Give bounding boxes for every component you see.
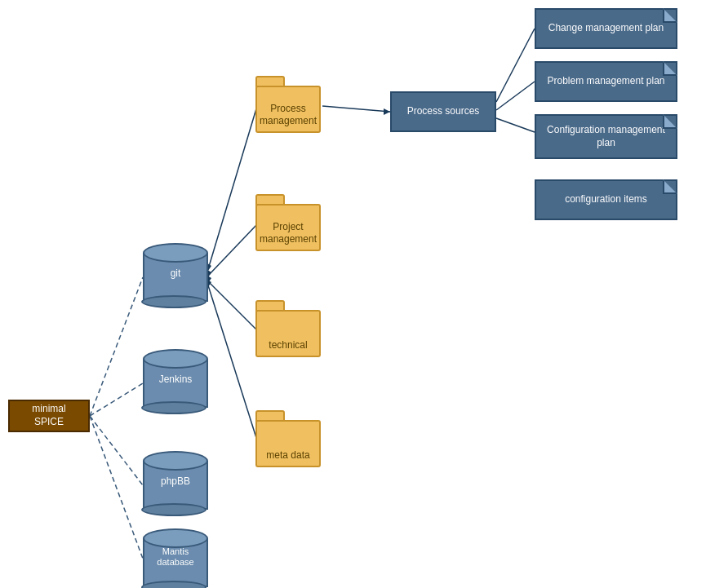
svg-line-0 xyxy=(90,277,143,416)
mantis-node: Mantisdatabase xyxy=(143,528,208,588)
change-mgmt-label: Change management plan xyxy=(548,22,664,35)
process-sources-label: Process sources xyxy=(407,105,480,118)
phpbb-label: phpBB xyxy=(143,475,208,487)
problem-mgmt-label: Problem management plan xyxy=(547,75,664,88)
project-mgmt-node: Projectmanagement xyxy=(255,194,321,251)
svg-line-8 xyxy=(208,281,257,330)
meta-data-node: meta data xyxy=(255,410,321,467)
minimal-spice-label: minimal SPICE xyxy=(16,403,82,428)
meta-data-label: meta data xyxy=(255,449,321,461)
jenkins-node: Jenkins xyxy=(143,349,208,414)
process-mgmt-node: Processmanagement xyxy=(255,76,321,133)
problem-mgmt-node: Problem management plan xyxy=(535,61,677,102)
config-mgmt-label: Configuration management plan xyxy=(541,124,671,149)
mantis-label: Mantisdatabase xyxy=(143,546,208,568)
minimal-spice-node: minimal SPICE xyxy=(8,400,90,432)
project-mgmt-label: Projectmanagement xyxy=(255,221,321,245)
process-mgmt-label: Processmanagement xyxy=(255,103,321,126)
process-sources-node: Process sources xyxy=(390,91,496,132)
svg-marker-13 xyxy=(384,108,390,115)
svg-line-3 xyxy=(90,416,143,559)
phpbb-node: phpBB xyxy=(143,451,208,516)
svg-line-1 xyxy=(90,383,143,416)
svg-line-4 xyxy=(208,106,257,269)
svg-line-18 xyxy=(496,118,535,132)
git-label: git xyxy=(143,267,208,279)
config-items-node: configuration items xyxy=(535,179,677,220)
svg-line-12 xyxy=(322,106,390,112)
jenkins-label: Jenkins xyxy=(143,374,208,385)
technical-label: technical xyxy=(255,339,321,351)
svg-line-14 xyxy=(496,29,535,102)
svg-line-16 xyxy=(496,82,535,110)
svg-line-6 xyxy=(208,224,257,276)
technical-node: technical xyxy=(255,300,321,357)
change-mgmt-node: Change management plan xyxy=(535,8,677,49)
config-mgmt-node: Configuration management plan xyxy=(535,114,677,159)
svg-line-10 xyxy=(208,285,257,440)
git-node: git xyxy=(143,243,208,308)
config-items-label: configuration items xyxy=(565,193,647,206)
svg-line-2 xyxy=(90,416,143,485)
